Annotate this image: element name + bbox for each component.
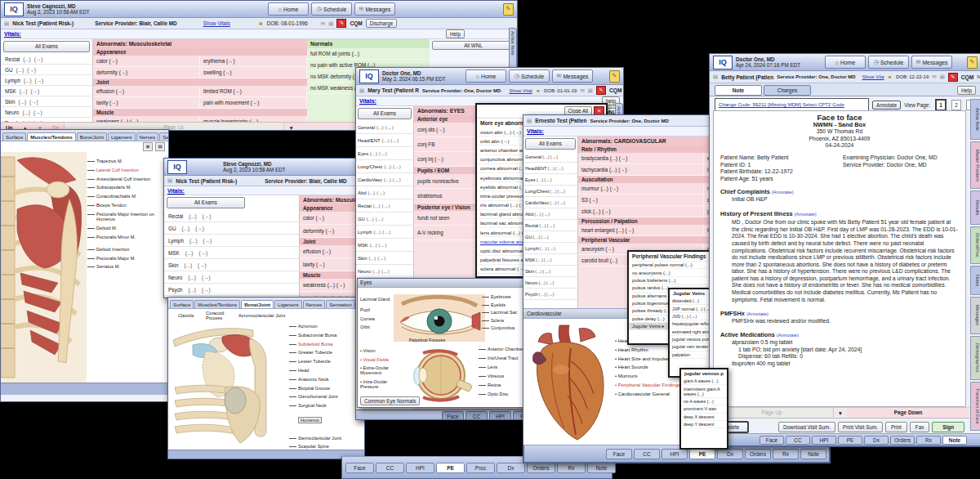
print-icon[interactable]: ▤: [940, 74, 945, 80]
exam-row[interactable]: Head/ENT(...)(→): [523, 163, 577, 174]
anatomy-tab[interactable]: Muscles/Tendons: [27, 132, 75, 141]
anatomy-label[interactable]: Anatomic Neck: [289, 377, 363, 382]
exam-row[interactable]: Lung/Chest(...)(→): [523, 186, 577, 197]
anatomy-label[interactable]: Anterior Chamber: [479, 347, 524, 351]
anatomy-tab[interactable]: Nerves: [303, 300, 326, 308]
anatomy-label[interactable]: Trapezius M.: [87, 159, 166, 163]
help-button[interactable]: Help: [957, 86, 976, 95]
visit-tab[interactable]: Note: [587, 463, 616, 473]
visit-tab[interactable]: Rx: [773, 449, 799, 459]
all-exams-button[interactable]: All Exams: [525, 138, 576, 150]
visit-tab[interactable]: Rx: [916, 436, 941, 445]
visit-tab[interactable]: HPI: [489, 411, 511, 420]
home-button[interactable]: ⌂Home: [825, 56, 866, 69]
anatomy-label[interactable]: Acromioclavicular Joint: [238, 313, 289, 318]
note-icon[interactable]: ✎: [503, 3, 514, 16]
anatomy-tab[interactable]: Muscles/Tendons: [194, 300, 240, 308]
popup-item[interactable]: estimated right atria: [670, 329, 714, 336]
popup-item[interactable]: jugular vein tender to: [670, 343, 714, 351]
exam-row[interactable]: Rectal(...)(→): [523, 220, 577, 231]
side-vertical-tab[interactable]: Results: [970, 190, 980, 225]
eye-exam-bullet[interactable]: Intra-Ocular Pressure: [360, 379, 398, 389]
page-2-button[interactable]: 2: [951, 100, 961, 110]
show-vitals-link[interactable]: Show Vital: [509, 88, 532, 93]
finding-item[interactable]: click (...) (→): [578, 206, 704, 217]
sign-button[interactable]: Sign: [932, 422, 964, 432]
titlebar[interactable]: IQ Steve Cagnozzi, MDAug 2, 2023 10:58 A…: [1, 1, 517, 18]
exam-row[interactable]: Neuro(...)(→): [523, 277, 577, 289]
note-icon[interactable]: ✎: [967, 56, 978, 69]
anatomy-label[interactable]: Cornea: [360, 317, 394, 322]
cqm-icon[interactable]: ✎: [336, 19, 346, 28]
visit-tab[interactable]: Note: [800, 449, 826, 459]
exam-row[interactable]: Neuro(...)(→): [164, 271, 299, 284]
visit-tab[interactable]: Face: [442, 411, 464, 420]
layer-down-icon[interactable]: ▦: [155, 142, 165, 151]
finding-item[interactable]: murmur (...) (→): [578, 183, 704, 195]
anatomy-tab[interactable]: Surface: [170, 300, 194, 308]
anatomy-tab[interactable]: Nerves: [136, 132, 159, 141]
exam-row[interactable]: GU(...)(→): [356, 213, 413, 226]
home-button[interactable]: ⌂Home: [268, 2, 309, 16]
visit-tab[interactable]: CC: [466, 411, 488, 420]
eye-exam-bullet[interactable]: Extra-Ocular Movement: [360, 365, 398, 375]
anatomy-label[interactable]: Subacromial Bursa: [289, 333, 363, 338]
exam-row[interactable]: GU(...)(→): [523, 231, 577, 243]
side-vertical-tab[interactable]: Transition of Care: [970, 382, 980, 431]
anatomy-label[interactable]: Head: [289, 368, 363, 373]
visit-tab[interactable]: Note: [942, 436, 967, 445]
visit-tab[interactable]: CC: [634, 449, 660, 459]
popup-item[interactable]: no aneurysms (...): [629, 269, 714, 276]
change-code-link[interactable]: Change Code: 99211 [Missing MDM] Select …: [719, 101, 844, 107]
exam-row[interactable]: Lymph(...)(→): [164, 235, 299, 247]
anatomy-label[interactable]: Pectoralis Major M.: [87, 256, 166, 261]
mail-icon[interactable]: ✉: [321, 20, 325, 27]
vitals-label[interactable]: Vitals:: [4, 31, 21, 37]
exam-row[interactable]: Psych(...)(→): [523, 289, 577, 300]
popup-item[interactable]: intermittent giant A waves (...): [681, 385, 727, 397]
cqm-icon[interactable]: ✎: [596, 86, 606, 95]
anatomy-label[interactable]: Lateral Cuff Insertion: [87, 168, 166, 172]
panel-title[interactable]: Eyes: [358, 279, 525, 288]
mail-icon[interactable]: ✉: [580, 87, 584, 94]
all-exams-button[interactable]: All Exams: [358, 108, 412, 119]
anatomy-label[interactable]: Orbit: [360, 325, 394, 330]
schedule-button[interactable]: ◷Schedule: [868, 56, 909, 69]
popup-item[interactable]: prominent V wav: [681, 405, 727, 413]
visit-tab[interactable]: Rx: [557, 463, 586, 473]
side-vertical-tab[interactable]: Master Problem: [970, 141, 980, 189]
finding-item[interactable]: S3 (→): [578, 195, 704, 206]
discharge-button[interactable]: Discharge: [366, 19, 397, 28]
patient-name[interactable]: Mary Test (Patient R: [368, 87, 419, 93]
anatomy-label[interactable]: Lacrimal Sac: [482, 310, 524, 315]
mail-icon[interactable]: ✉: [932, 74, 936, 80]
vitals-label[interactable]: Vitals:: [167, 188, 185, 194]
popup-item[interactable]: JVP normal (...) (→): [670, 305, 714, 312]
exam-row[interactable]: MSK(...)(→): [164, 247, 299, 259]
exam-row[interactable]: CardioVasc(...)(→): [356, 173, 413, 186]
anatomy-label[interactable]: Lacrimal Gland: [360, 298, 394, 302]
vitals-label[interactable]: Vitals:: [359, 98, 376, 104]
popup-item[interactable]: hepatojugular reflux: [670, 320, 714, 328]
visit-tab[interactable]: Dx: [497, 463, 525, 473]
exam-row[interactable]: General(...)(→): [523, 151, 577, 163]
visit-tab[interactable]: Dx: [864, 436, 889, 445]
side-vertical-tab[interactable]: Active Note: [970, 99, 980, 140]
anatomy-label[interactable]: Clavicle: [178, 313, 194, 318]
finding-item[interactable]: laxity (→): [93, 97, 200, 109]
exam-row[interactable]: Lymph(...)(→): [523, 243, 577, 254]
finding-item[interactable]: tachycardia (...) (→): [578, 164, 704, 176]
print-icon[interactable]: ▤: [328, 20, 333, 27]
tab-charges[interactable]: Charges: [764, 85, 811, 96]
anatomy-label[interactable]: Anterolateral Cuff Insertion: [87, 177, 166, 181]
finding-item[interactable]: calor (→): [93, 56, 200, 67]
exam-row[interactable]: Eyes(...)(→): [523, 174, 577, 186]
finding-item[interactable]: weakness (...) (→): [93, 116, 200, 122]
exam-row[interactable]: CardioVasc(...)(→): [523, 197, 577, 208]
anatomy-tab[interactable]: Ligament: [108, 132, 135, 141]
anatomy-tab[interactable]: Bone/Joint: [241, 300, 274, 308]
all-exams-button[interactable]: All Exams: [167, 197, 245, 208]
popup-item[interactable]: no A waves (...): [681, 398, 727, 405]
finding-item[interactable]: muscle hypertrophy (→): [200, 116, 307, 122]
anatomy-label[interactable]: Coracoid Process: [206, 311, 230, 320]
